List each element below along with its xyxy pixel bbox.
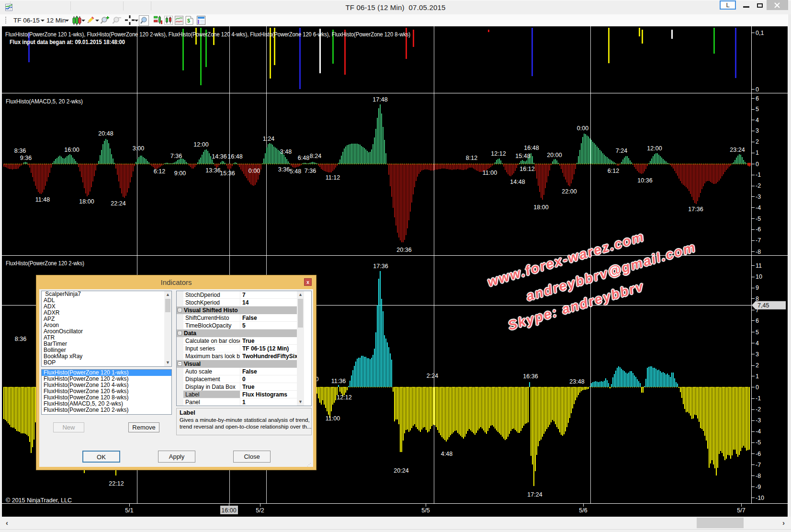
svg-text:6: 6 [756, 317, 759, 324]
svg-text:-2: -2 [756, 406, 761, 413]
svg-text:16:48: 16:48 [524, 145, 539, 151]
svg-text:1:24: 1:24 [263, 136, 274, 142]
svg-text:4: 4 [756, 340, 759, 347]
svg-text:14:48: 14:48 [510, 179, 525, 185]
svg-text:6: 6 [756, 95, 759, 102]
svg-text:$: $ [187, 18, 190, 23]
svg-text:-1: -1 [756, 395, 761, 402]
svg-text:3:00: 3:00 [133, 145, 144, 152]
svg-text:11:36: 11:36 [331, 378, 346, 385]
svg-text:16:12: 16:12 [520, 166, 534, 172]
svg-text:FluxHisto(PowerZone 120 2-wks): FluxHisto(PowerZone 120 2-wks) [6, 260, 84, 267]
svg-text:13:36: 13:36 [205, 167, 220, 174]
svg-text:3:48: 3:48 [280, 148, 292, 155]
svg-text:0: 0 [756, 161, 759, 168]
svg-text:10: 10 [756, 273, 762, 280]
svg-text:9: 9 [756, 284, 759, 291]
svg-text:16:36: 16:36 [523, 373, 538, 380]
svg-text:7:24: 7:24 [616, 147, 627, 154]
svg-text:-3: -3 [756, 417, 761, 424]
svg-text:-8: -8 [756, 249, 761, 255]
svg-text:-2: -2 [756, 182, 761, 189]
svg-text:17:48: 17:48 [373, 96, 387, 103]
svg-text:11:00: 11:00 [326, 415, 340, 422]
svg-text:0:00: 0:00 [249, 168, 260, 174]
svg-text:5/1: 5/1 [125, 507, 133, 514]
svg-text:11:48: 11:48 [35, 196, 50, 203]
svg-text:3: 3 [756, 351, 759, 358]
svg-text:5:48: 5:48 [290, 168, 301, 175]
svg-text:5/5: 5/5 [421, 507, 429, 514]
svg-text:16:48: 16:48 [227, 153, 242, 160]
svg-text:11:12: 11:12 [326, 174, 340, 181]
svg-text:5/7: 5/7 [737, 507, 745, 514]
svg-text:FluxHisto(AMACD,5, 20 2-wks): FluxHisto(AMACD,5, 20 2-wks) [6, 98, 83, 105]
svg-text:16:00: 16:00 [221, 507, 236, 514]
svg-text:7:36: 7:36 [305, 168, 316, 174]
svg-text:-7: -7 [756, 237, 761, 244]
svg-text:-5: -5 [756, 439, 761, 446]
svg-text:9:36: 9:36 [20, 155, 32, 161]
svg-text:18:00: 18:00 [533, 204, 548, 211]
svg-text:12:12: 12:12 [491, 150, 506, 157]
svg-text:0: 0 [756, 384, 759, 391]
svg-text:20:48: 20:48 [98, 130, 113, 137]
svg-text:11: 11 [756, 262, 762, 269]
svg-text:2: 2 [756, 138, 759, 145]
svg-text:8: 8 [756, 295, 759, 302]
svg-text:0,1: 0,1 [756, 30, 764, 36]
svg-text:5/6: 5/6 [579, 507, 587, 514]
svg-text:Flux input data began at: 09.0: Flux input data began at: 09.01.2015 18:… [10, 39, 125, 45]
svg-text:1: 1 [756, 373, 759, 380]
svg-text:20:00: 20:00 [547, 152, 562, 158]
svg-text:5: 5 [756, 329, 759, 336]
svg-text:17:36: 17:36 [688, 206, 703, 213]
svg-text:-1: -1 [756, 171, 761, 178]
svg-text:17:36: 17:36 [373, 263, 388, 270]
svg-text:7:36: 7:36 [170, 153, 182, 159]
svg-text:22:00: 22:00 [562, 188, 576, 195]
svg-text:22:12: 22:12 [109, 480, 124, 487]
svg-text:6:48: 6:48 [298, 155, 309, 161]
svg-text:18:00: 18:00 [79, 198, 94, 205]
svg-text:8:36: 8:36 [15, 336, 26, 342]
svg-text:3: 3 [756, 127, 759, 134]
svg-text:-8: -8 [756, 473, 761, 479]
svg-text:6:12: 6:12 [154, 168, 165, 175]
svg-text:-10: -10 [756, 495, 764, 501]
svg-text:5/2: 5/2 [256, 507, 264, 514]
svg-text:4: 4 [756, 117, 759, 124]
svg-text:-4: -4 [756, 428, 761, 435]
svg-text:8:24: 8:24 [310, 153, 321, 159]
svg-text:9:00: 9:00 [174, 170, 186, 177]
svg-text:20:36: 20:36 [396, 247, 411, 253]
svg-text:2: 2 [756, 362, 759, 369]
svg-text:22:24: 22:24 [111, 200, 125, 207]
svg-text:17:24: 17:24 [527, 491, 542, 498]
svg-text:23:48: 23:48 [569, 378, 584, 385]
svg-text:-6: -6 [756, 226, 761, 233]
svg-text:-7: -7 [756, 462, 761, 468]
svg-text:8:36: 8:36 [14, 147, 26, 154]
svg-text:FluxHisto(PowerZone 120 1-wks): FluxHisto(PowerZone 120 1-wks), FluxHist… [5, 31, 410, 38]
svg-text:-5: -5 [756, 215, 761, 222]
svg-text:15:48: 15:48 [515, 153, 530, 159]
svg-text:8:12: 8:12 [466, 155, 477, 161]
svg-text:16:00: 16:00 [64, 147, 79, 153]
svg-text:-3: -3 [756, 193, 761, 200]
svg-text:20:24: 20:24 [394, 467, 408, 474]
svg-text:© 2015 NinjaTrader, LLC: © 2015 NinjaTrader, LLC [6, 497, 72, 504]
svg-text:-9: -9 [756, 484, 761, 490]
svg-text:4:48: 4:48 [441, 451, 452, 457]
svg-text:5: 5 [756, 106, 759, 113]
svg-text:14:36: 14:36 [212, 153, 226, 160]
svg-text:23:24: 23:24 [730, 147, 745, 153]
svg-text:12:12: 12:12 [337, 394, 351, 401]
svg-text:1: 1 [756, 149, 759, 156]
svg-text:11:00: 11:00 [483, 170, 497, 176]
svg-text:12:00: 12:00 [647, 145, 662, 152]
svg-text:0: 0 [756, 86, 759, 93]
svg-text:-6: -6 [756, 451, 761, 457]
svg-text:6:12: 6:12 [608, 168, 619, 174]
svg-text:15:36: 15:36 [220, 170, 235, 177]
